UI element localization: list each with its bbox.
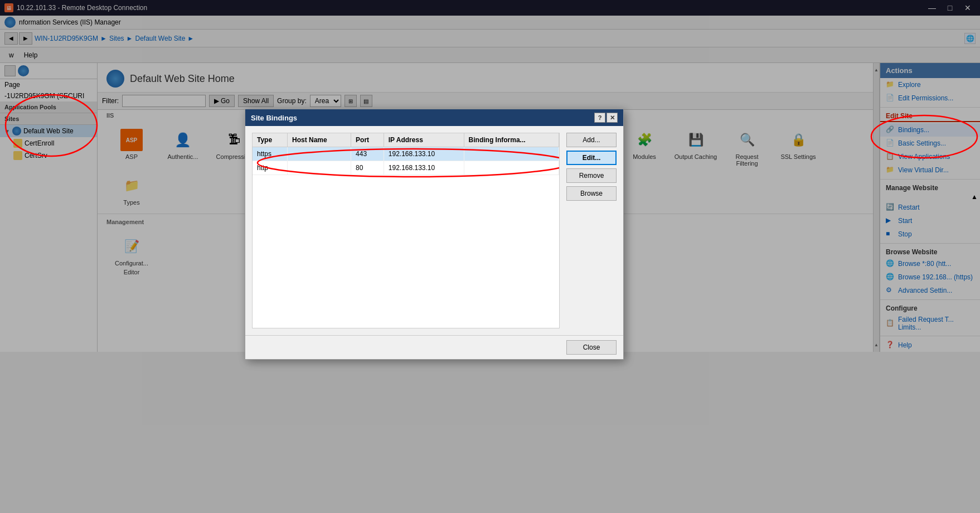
dialog-title-controls[interactable]: ? ✕ [594,113,618,123]
edit-button[interactable]: Edit... [566,151,617,165]
dialog-overlay: Site Bindings ? ✕ Type Host Name Port IP… [0,0,980,513]
col-type: Type [253,133,287,147]
dialog-table-area: Type Host Name Port IP Address Binding I… [252,133,560,328]
col-hostname: Host Name [287,133,351,147]
table-row[interactable]: http 80 192.168.133.10 [253,161,559,175]
dialog-close-footer-button[interactable]: Close [566,340,617,355]
bindings-table: Type Host Name Port IP Address Binding I… [253,133,559,175]
row1-port: 443 [351,147,384,161]
dialog-help-button[interactable]: ? [594,113,605,123]
row2-type: http [253,161,287,175]
browse-button[interactable]: Browse [566,186,617,201]
row2-ip: 192.168.133.10 [384,161,464,175]
dialog-title-bar: Site Bindings ? ✕ [245,109,623,126]
table-row[interactable]: https 443 192.168.133.10 [253,147,559,161]
row2-hostname [287,161,351,175]
row1-type: https [253,147,287,161]
row1-hostname [287,147,351,161]
dialog-body: Type Host Name Port IP Address Binding I… [245,126,623,335]
row2-port: 80 [351,161,384,175]
dialog-title: Site Bindings [251,114,297,122]
site-bindings-dialog: Site Bindings ? ✕ Type Host Name Port IP… [245,109,624,360]
col-port: Port [351,133,384,147]
dialog-buttons: Add... Edit... Remove Browse [566,133,617,328]
add-button[interactable]: Add... [566,133,617,147]
table-empty-area [253,175,559,298]
col-binding-info: Binding Informa... [464,133,559,147]
table-header-row: Type Host Name Port IP Address Binding I… [253,133,559,147]
row1-ip: 192.168.133.10 [384,147,464,161]
dialog-footer: Close [245,335,623,359]
remove-button[interactable]: Remove [566,168,617,183]
dialog-close-button[interactable]: ✕ [607,113,618,123]
col-ip: IP Address [384,133,464,147]
row2-binding [464,161,559,175]
row1-binding [464,147,559,161]
